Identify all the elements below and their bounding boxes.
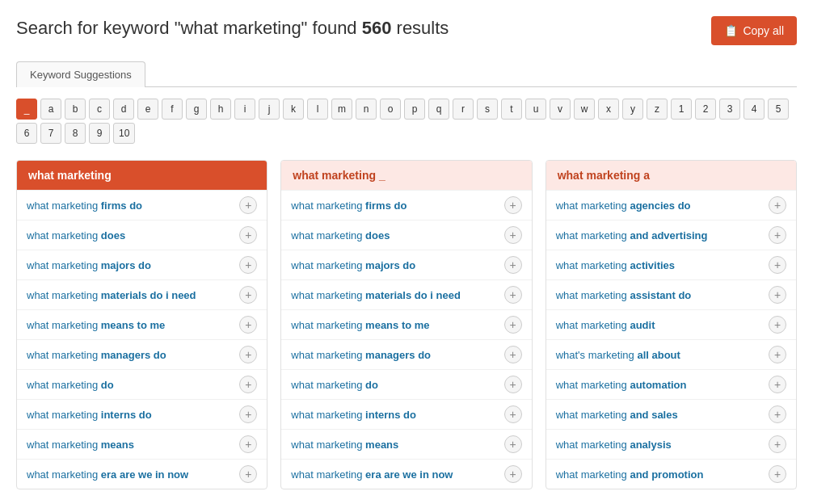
- page-header: Search for keyword "what marketing" foun…: [16, 16, 797, 45]
- add-keyword-button[interactable]: +: [769, 286, 786, 304]
- add-keyword-button[interactable]: +: [769, 465, 786, 483]
- alpha-btn-k[interactable]: k: [283, 99, 304, 120]
- alpha-btn-o[interactable]: o: [380, 99, 401, 120]
- keyword-suffix: materials do i need: [101, 289, 196, 301]
- alpha-btn-q[interactable]: q: [428, 99, 449, 120]
- alpha-btn-g[interactable]: g: [186, 99, 207, 120]
- alpha-btn-l[interactable]: l: [307, 99, 328, 120]
- keyword-suffix: means to me: [101, 319, 165, 331]
- keyword-suffix: do: [365, 379, 378, 391]
- alpha-btn-6[interactable]: 6: [16, 123, 37, 144]
- add-keyword-button[interactable]: +: [769, 376, 786, 393]
- alpha-btn-9[interactable]: 9: [89, 123, 110, 144]
- add-keyword-button[interactable]: +: [504, 286, 522, 304]
- keyword-text: what marketing means: [27, 439, 239, 451]
- alpha-btn-z[interactable]: z: [647, 99, 668, 120]
- list-item: what marketing assistant do+: [546, 279, 796, 309]
- copy-all-button[interactable]: 📋 Copy all: [711, 16, 797, 45]
- add-keyword-button[interactable]: +: [504, 226, 522, 244]
- alpha-btn-f[interactable]: f: [162, 99, 183, 120]
- keyword-suffix: managers do: [365, 349, 431, 361]
- list-item: what marketing and advertising+: [546, 220, 796, 250]
- alpha-btn-s[interactable]: s: [477, 99, 498, 120]
- alpha-btn-h[interactable]: h: [210, 99, 231, 120]
- add-keyword-button[interactable]: +: [769, 196, 786, 214]
- list-item: what marketing era are we in now+: [281, 459, 531, 489]
- add-keyword-button[interactable]: +: [504, 405, 522, 423]
- alpha-btn-10[interactable]: 10: [113, 123, 135, 144]
- alpha-btn-b[interactable]: b: [65, 99, 86, 120]
- keyword-suffix: managers do: [101, 349, 166, 361]
- keyword-text: what marketing firms do: [291, 200, 503, 212]
- list-item: what marketing materials do i need+: [281, 279, 531, 309]
- alpha-btn-a[interactable]: a: [40, 99, 61, 120]
- keyword-suffix: automation: [630, 379, 686, 391]
- alpha-btn-5[interactable]: 5: [768, 99, 789, 120]
- alpha-btn-t[interactable]: t: [501, 99, 522, 120]
- alpha-btn-n[interactable]: n: [356, 99, 377, 120]
- list-item: what marketing interns do+: [17, 399, 267, 429]
- add-keyword-button[interactable]: +: [769, 405, 786, 423]
- alpha-btn-1[interactable]: 1: [671, 99, 692, 120]
- alpha-btn-4[interactable]: 4: [743, 99, 765, 120]
- alpha-btn-8[interactable]: 8: [65, 123, 86, 144]
- add-keyword-button[interactable]: +: [769, 316, 786, 334]
- keyword-text: what marketing managers do: [27, 349, 239, 361]
- add-keyword-button[interactable]: +: [239, 405, 257, 423]
- keyword-text: what marketing automation: [556, 379, 769, 391]
- add-keyword-button[interactable]: +: [504, 196, 522, 214]
- list-item: what marketing activities+: [546, 250, 796, 279]
- add-keyword-button[interactable]: +: [769, 256, 786, 274]
- list-item: what marketing does+: [281, 220, 531, 250]
- add-keyword-button[interactable]: +: [504, 435, 522, 453]
- alpha-btn-_[interactable]: _: [16, 99, 37, 120]
- keyword-text: what marketing managers do: [291, 349, 503, 361]
- add-keyword-button[interactable]: +: [504, 346, 522, 363]
- add-keyword-button[interactable]: +: [239, 465, 257, 483]
- keyword-suffix: firms do: [365, 200, 406, 212]
- column-header-col2: what marketing _: [281, 161, 531, 190]
- alpha-btn-3[interactable]: 3: [719, 99, 740, 120]
- alpha-btn-v[interactable]: v: [550, 99, 571, 120]
- column-header-col1: what marketing: [17, 161, 267, 190]
- add-keyword-button[interactable]: +: [769, 346, 786, 363]
- add-keyword-button[interactable]: +: [504, 256, 522, 274]
- add-keyword-button[interactable]: +: [239, 196, 257, 214]
- add-keyword-button[interactable]: +: [239, 226, 257, 244]
- add-keyword-button[interactable]: +: [239, 286, 257, 304]
- keyword-text: what marketing means: [291, 439, 503, 451]
- add-keyword-button[interactable]: +: [769, 435, 786, 453]
- add-keyword-button[interactable]: +: [239, 376, 257, 393]
- alpha-btn-u[interactable]: u: [525, 99, 546, 120]
- alpha-btn-c[interactable]: c: [89, 99, 110, 120]
- add-keyword-button[interactable]: +: [239, 316, 257, 334]
- alpha-btn-r[interactable]: r: [453, 99, 474, 120]
- keyword-text: what marketing and promotion: [556, 468, 769, 481]
- tabs-bar: Keyword Suggestions: [16, 61, 797, 87]
- alpha-btn-x[interactable]: x: [598, 99, 619, 120]
- alpha-btn-i[interactable]: i: [234, 99, 255, 120]
- add-keyword-button[interactable]: +: [769, 226, 786, 244]
- tab-keyword-suggestions[interactable]: Keyword Suggestions: [16, 61, 145, 87]
- alpha-btn-2[interactable]: 2: [695, 99, 716, 120]
- keyword-text: what marketing materials do i need: [291, 289, 503, 301]
- alpha-btn-m[interactable]: m: [331, 99, 352, 120]
- alpha-btn-d[interactable]: d: [113, 99, 134, 120]
- result-count: 560: [362, 18, 392, 38]
- keyword-suffix: firms do: [101, 200, 142, 212]
- copy-icon: 📋: [724, 24, 738, 37]
- add-keyword-button[interactable]: +: [239, 256, 257, 274]
- keyword-text: what's marketing all about: [556, 349, 769, 361]
- alpha-btn-y[interactable]: y: [622, 99, 643, 120]
- add-keyword-button[interactable]: +: [504, 316, 522, 334]
- add-keyword-button[interactable]: +: [239, 346, 257, 363]
- alpha-btn-j[interactable]: j: [259, 99, 280, 120]
- add-keyword-button[interactable]: +: [504, 376, 522, 393]
- alpha-btn-7[interactable]: 7: [40, 123, 61, 144]
- add-keyword-button[interactable]: +: [504, 465, 522, 483]
- column-col3: what marketing awhat marketing agencies …: [546, 160, 797, 489]
- alpha-btn-w[interactable]: w: [574, 99, 595, 120]
- alpha-btn-p[interactable]: p: [404, 99, 425, 120]
- alpha-btn-e[interactable]: e: [137, 99, 158, 120]
- add-keyword-button[interactable]: +: [239, 435, 257, 453]
